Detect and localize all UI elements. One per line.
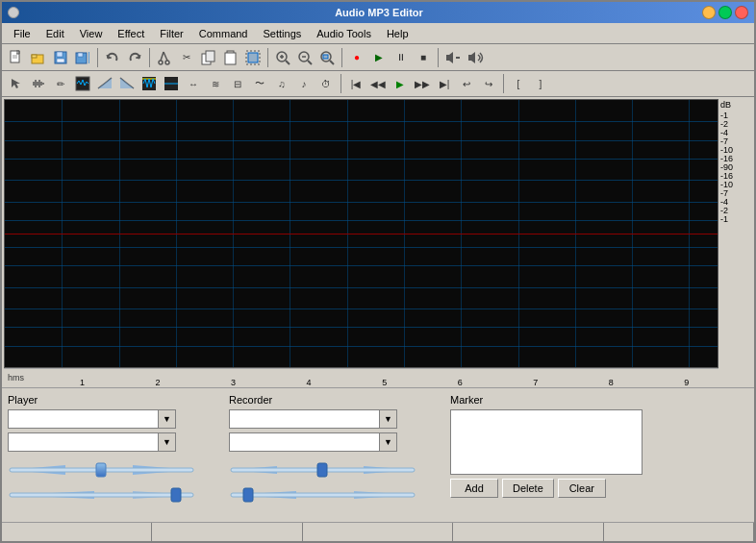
sep2 xyxy=(149,48,150,67)
recorder-dd2-arrow[interactable]: ▼ xyxy=(379,433,396,451)
noise-button[interactable] xyxy=(72,73,93,94)
delete-button[interactable]: Delete xyxy=(502,479,554,498)
marker-buttons: Add Delete Clear xyxy=(450,479,748,498)
minimize-button[interactable] xyxy=(702,6,716,19)
rewind-button[interactable]: ↩ xyxy=(456,73,477,94)
svg-rect-20 xyxy=(248,53,258,62)
waveform-canvas[interactable] xyxy=(4,99,718,368)
compressor-button[interactable]: ⊟ xyxy=(227,73,248,94)
save-all-button[interactable] xyxy=(72,47,93,68)
svg-rect-7 xyxy=(57,59,64,62)
copy-button[interactable] xyxy=(198,47,219,68)
menu-filter[interactable]: Filter xyxy=(152,26,190,41)
player-dd2-arrow[interactable]: ▼ xyxy=(158,433,175,451)
go-end-button[interactable]: ▶| xyxy=(434,73,455,94)
zoom-out-button[interactable] xyxy=(294,47,315,68)
maximize-button[interactable] xyxy=(718,6,732,19)
play-button[interactable]: ▶ xyxy=(368,47,390,68)
recorder-slider1[interactable] xyxy=(229,459,416,481)
svg-rect-10 xyxy=(88,52,89,63)
silence-button[interactable] xyxy=(161,73,182,94)
player-dd1-arrow[interactable]: ▼ xyxy=(158,410,175,428)
mark-in-button[interactable]: [ xyxy=(508,73,529,94)
recorder-dd1-arrow[interactable]: ▼ xyxy=(379,410,396,428)
svg-rect-48 xyxy=(317,463,327,477)
toolbar-secondary: ✏ ↔ ≋ ⊟ 〜 ♫ ♪ ⏱ |◀ ◀◀ ▶ ▶▶ ▶| ↩ ↪ [ ] xyxy=(2,71,754,97)
normalize-button[interactable] xyxy=(139,73,160,94)
svg-line-29 xyxy=(330,61,334,64)
recorder-dropdown1[interactable]: ▼ xyxy=(229,409,397,429)
svg-rect-4 xyxy=(32,55,37,58)
waveform-container: hms 1 2 3 4 5 6 7 8 9 xyxy=(4,99,718,385)
recorder-slider2[interactable] xyxy=(229,484,416,506)
pitch-button[interactable]: ♪ xyxy=(293,73,315,94)
tl-4: 4 xyxy=(307,378,312,387)
svg-line-22 xyxy=(286,61,290,64)
prev-button[interactable]: ◀◀ xyxy=(367,73,389,94)
clear-button[interactable]: Clear xyxy=(558,479,606,498)
marker-section: Marker Add Delete Clear xyxy=(450,394,748,516)
svg-point-11 xyxy=(159,61,163,64)
next-button[interactable]: ▶▶ xyxy=(412,73,433,94)
menu-help[interactable]: Help xyxy=(379,26,416,41)
speed-button[interactable]: ⏱ xyxy=(315,73,337,94)
vol-down-button[interactable] xyxy=(442,47,464,68)
ff-button[interactable]: ↪ xyxy=(478,73,499,94)
sep1 xyxy=(97,48,98,67)
menu-view[interactable]: View xyxy=(72,26,111,41)
main-content: hms 1 2 3 4 5 6 7 8 9 xyxy=(2,97,754,541)
menu-settings[interactable]: Settings xyxy=(256,26,310,41)
player-slider2[interactable] xyxy=(8,484,195,506)
reverse-button[interactable]: ↔ xyxy=(183,73,204,94)
new-button[interactable] xyxy=(6,47,27,68)
reverb-button[interactable]: 〜 xyxy=(249,73,270,94)
close-button[interactable] xyxy=(735,6,748,19)
fade-out-button[interactable] xyxy=(116,73,138,94)
zoom-tool-button[interactable] xyxy=(28,73,49,94)
cut-button[interactable]: ✂ xyxy=(176,47,197,68)
zoom-sel-button[interactable] xyxy=(316,47,338,68)
player-dropdown2[interactable]: ▼ xyxy=(8,432,176,452)
tl-6: 6 xyxy=(458,378,463,387)
timeline: hms 1 2 3 4 5 6 7 8 9 xyxy=(4,368,718,385)
svg-rect-9 xyxy=(78,53,83,57)
pencil-button[interactable]: ✏ xyxy=(50,73,71,94)
cut-special-button[interactable] xyxy=(154,47,175,68)
record-button[interactable]: ● xyxy=(346,47,367,68)
svg-rect-30 xyxy=(323,55,328,59)
select-tool-button[interactable] xyxy=(6,73,27,94)
redo-button[interactable] xyxy=(124,47,145,68)
go-begin-button[interactable]: |◀ xyxy=(345,73,366,94)
player-slider1[interactable] xyxy=(8,459,195,481)
timeline-hms: hms xyxy=(8,373,24,383)
zoom-in-button[interactable] xyxy=(272,47,293,68)
tl-2: 2 xyxy=(156,378,161,387)
select-all-button[interactable] xyxy=(242,47,264,68)
menu-effect[interactable]: Effect xyxy=(110,26,152,41)
eq-button[interactable]: ≋ xyxy=(205,73,226,94)
status-cell-5 xyxy=(604,523,754,541)
paste-button[interactable] xyxy=(220,47,241,68)
player-section: Player ▼ ▼ xyxy=(8,394,219,516)
status-bar xyxy=(2,522,754,541)
vol-up-button[interactable] xyxy=(465,47,486,68)
save-button[interactable] xyxy=(50,47,71,68)
player-dropdown1[interactable]: ▼ xyxy=(8,409,176,429)
undo-button[interactable] xyxy=(102,47,123,68)
title-bar-left xyxy=(8,7,56,18)
stop-button[interactable]: ■ xyxy=(413,47,434,68)
toolbar-main: ✂ ● ▶ ⏸ ■ xyxy=(2,44,754,71)
add-button[interactable]: Add xyxy=(450,479,498,498)
recorder-dropdown2[interactable]: ▼ xyxy=(229,432,397,452)
play2-button[interactable]: ▶ xyxy=(390,73,411,94)
fade-in-button[interactable] xyxy=(94,73,115,94)
chorus-button[interactable]: ♫ xyxy=(271,73,292,94)
menu-audio-tools[interactable]: Audio Tools xyxy=(309,26,379,41)
menu-command[interactable]: Command xyxy=(191,26,256,41)
menu-edit[interactable]: Edit xyxy=(38,26,72,41)
mark-out-button[interactable]: ] xyxy=(530,73,551,94)
pause-button[interactable]: ⏸ xyxy=(391,47,412,68)
menu-file[interactable]: File xyxy=(6,26,38,41)
svg-rect-18 xyxy=(225,53,236,64)
open-button[interactable] xyxy=(28,47,49,68)
